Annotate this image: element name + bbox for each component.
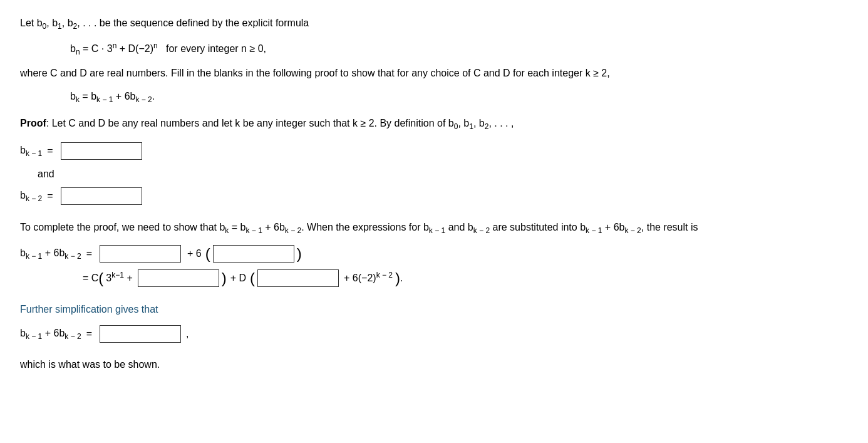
sub-lhs1: bk − 1 + 6bk − 2 xyxy=(20,243,81,264)
proof-colon: : Let C and D be any real numbers and le… xyxy=(46,118,514,128)
sub-input3[interactable] xyxy=(138,269,219,287)
bk1-label: bk − 1 xyxy=(20,140,42,161)
intro-text-where: where C and D are real numbers. Fill in … xyxy=(20,68,610,78)
sub-close-paren2: ) xyxy=(222,271,227,286)
sub-3k1: 3k−1 + xyxy=(106,268,132,288)
main-content: Let b0, b1, b2, . . . be the sequence de… xyxy=(20,15,847,373)
bk2-input[interactable] xyxy=(61,187,142,205)
intro-line1: Let b0, b1, b2, . . . be the sequence de… xyxy=(20,15,847,33)
sub-close-paren3: ) xyxy=(395,271,400,286)
sub-close-paren1: ) xyxy=(297,246,302,261)
bk1-equation-line: bk − 1 = xyxy=(20,140,847,161)
recurrence-text: bk = bk − 1 + 6bk − 2. xyxy=(70,91,155,102)
sub-open-paren2: ( xyxy=(98,271,103,286)
intro-text-start: Let b0, b1, b2, . . . be the sequence de… xyxy=(20,18,309,28)
sub-open-paren3: ( xyxy=(250,271,255,286)
complete-text: To complete the proof, we need to show t… xyxy=(20,222,698,232)
and-connector: and xyxy=(38,165,847,184)
bk2-equation-line: bk − 2 = xyxy=(20,185,847,206)
and-text: and xyxy=(38,169,54,179)
sub-dot: . xyxy=(400,268,403,288)
intro-line2: where C and D are real numbers. Fill in … xyxy=(20,65,847,81)
substitution-line2: = C ( 3k−1 + ) + D ( + 6(−2)k − 2 ) . xyxy=(83,268,847,288)
proof-label: Proof xyxy=(20,118,46,128)
sub-plus-d: + D xyxy=(230,268,246,288)
explicit-formula: bn = C · 3n + D(−2)n for every integer n… xyxy=(70,39,847,59)
substitution-line1: bk − 1 + 6bk − 2 = + 6 ( ) xyxy=(20,243,847,264)
proof-intro: Proof: Let C and D be any real numbers a… xyxy=(20,115,847,133)
bk2-equals: = xyxy=(47,186,53,206)
closing-text: which is what was to be shown. xyxy=(20,359,160,370)
closing-line: which is what was to be shown. xyxy=(20,357,847,373)
simp-comma: , xyxy=(186,324,189,344)
sub-open-paren1: ( xyxy=(205,246,210,261)
further-text: Further simplification gives that xyxy=(20,304,158,315)
simp-lhs: bk − 1 + 6bk − 2 xyxy=(20,323,81,344)
sub-eq2: = C xyxy=(83,268,98,288)
complete-text-line: To complete the proof, we need to show t… xyxy=(20,219,847,237)
bk1-input[interactable] xyxy=(61,142,142,160)
sub-input1[interactable] xyxy=(100,245,181,263)
sub-input4[interactable] xyxy=(257,269,339,287)
sub-input2[interactable] xyxy=(213,245,294,263)
formula-bn: bn = C · 3n + D(−2)n for every integer n… xyxy=(70,43,266,54)
sub-plus6: + 6 xyxy=(187,244,202,264)
bk2-label: bk − 2 xyxy=(20,185,42,206)
sub-neg2: + 6(−2)k − 2 xyxy=(344,268,393,288)
sub-eq1: = xyxy=(86,244,92,264)
recurrence-formula: bk = bk − 1 + 6bk − 2. xyxy=(70,88,847,107)
simp-input[interactable] xyxy=(100,325,181,343)
simplification-line: bk − 1 + 6bk − 2 = , xyxy=(20,323,847,344)
simp-eq: = xyxy=(86,324,92,344)
further-text-line: Further simplification gives that xyxy=(20,301,847,318)
bk1-equals: = xyxy=(47,141,53,161)
